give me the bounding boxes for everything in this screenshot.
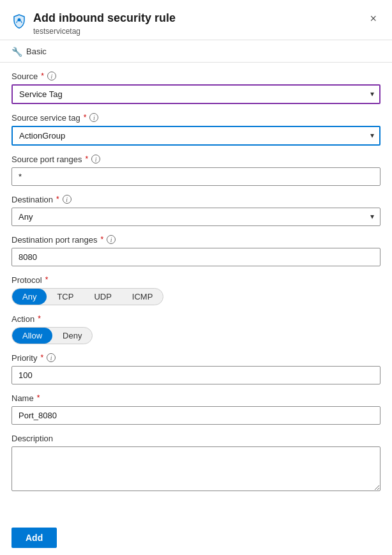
source-port-ranges-label: Source port ranges * i [11,155,381,164]
destination-required: * [56,195,59,204]
form-body: Source * i Service Tag Any IP Addresses … [0,63,392,515]
title-block: Add inbound security rule testservicetag [33,11,176,36]
panel-header: Add inbound security rule testservicetag… [0,0,392,40]
source-service-tag-group: Source service tag * i ActionGroup Azure… [11,113,381,146]
destination-port-ranges-group: Destination port ranges * i [11,235,381,266]
section-basic: 🔧 Basic [0,40,392,62]
source-group: Source * i Service Tag Any IP Addresses … [11,72,381,104]
name-input[interactable] [11,406,381,425]
protocol-toggle-pill: Any TCP UDP ICMP [11,288,163,305]
add-button[interactable]: Add [11,528,57,548]
panel: Add inbound security rule testservicetag… [0,0,392,555]
panel-footer: Add [0,515,392,555]
destination-port-ranges-input[interactable] [11,248,381,266]
destination-group: Destination * i Any IP Addresses Service… [11,195,381,226]
action-option-deny[interactable]: Deny [52,328,92,344]
protocol-label: Protocol * [11,275,381,285]
action-option-allow[interactable]: Allow [12,328,52,344]
action-label: Action * [11,314,381,324]
source-info-icon[interactable]: i [47,72,56,80]
protocol-group: Protocol * Any TCP UDP ICMP [11,275,381,305]
description-label: Description [11,434,381,443]
protocol-option-icmp[interactable]: ICMP [122,289,163,305]
source-port-info-icon[interactable]: i [91,155,100,163]
destination-label: Destination * i [11,195,381,204]
name-required: * [37,393,40,402]
destination-port-required: * [100,235,103,244]
description-group: Description [11,434,381,493]
destination-port-ranges-label: Destination port ranges * i [11,235,381,245]
source-service-tag-select-wrap: ActionGroup AzureCloud Internet VirtualN… [11,126,381,146]
source-service-tag-label: Source service tag * i [11,113,381,123]
wrench-icon: 🔧 [11,47,22,57]
priority-required: * [40,353,43,362]
protocol-toggle-group: Any TCP UDP ICMP [11,288,381,305]
destination-select[interactable]: Any IP Addresses Service Tag Application… [11,208,381,226]
source-port-required: * [86,155,89,163]
priority-label: Priority * i [11,353,381,363]
source-label: Source * i [11,72,381,81]
source-port-ranges-group: Source port ranges * i [11,155,381,186]
close-button[interactable]: × [366,11,381,26]
source-service-tag-required: * [84,113,87,122]
name-group: Name * [11,393,381,425]
action-required: * [38,314,41,323]
destination-info-icon[interactable]: i [63,195,72,204]
protocol-option-udp[interactable]: UDP [84,289,121,305]
protocol-option-any[interactable]: Any [12,289,47,305]
priority-input[interactable] [11,366,381,384]
priority-group: Priority * i [11,353,381,384]
source-select[interactable]: Service Tag Any IP Addresses My IP addre… [11,84,381,104]
panel-title: Add inbound security rule [33,11,176,26]
action-toggle-pill: Allow Deny [11,327,93,344]
action-toggle-group: Allow Deny [11,327,381,344]
source-service-tag-select[interactable]: ActionGroup AzureCloud Internet VirtualN… [11,126,381,146]
protocol-option-tcp[interactable]: TCP [47,289,84,305]
destination-select-wrap: Any IP Addresses Service Tag Application… [11,208,381,226]
source-required: * [41,72,44,80]
section-basic-label: Basic [26,47,47,56]
destination-port-info-icon[interactable]: i [107,235,116,244]
panel-header-left: Add inbound security rule testservicetag [11,11,176,36]
action-group: Action * Allow Deny [11,314,381,344]
name-label: Name * [11,393,381,403]
description-textarea[interactable] [11,446,381,491]
protocol-required: * [45,275,49,284]
priority-info-icon[interactable]: i [47,353,56,362]
panel-subtitle: testservicetag [33,27,176,36]
source-select-wrap: Service Tag Any IP Addresses My IP addre… [11,84,381,104]
shield-icon [11,13,27,31]
source-service-tag-info-icon[interactable]: i [89,113,98,122]
source-port-ranges-input[interactable] [11,167,381,186]
